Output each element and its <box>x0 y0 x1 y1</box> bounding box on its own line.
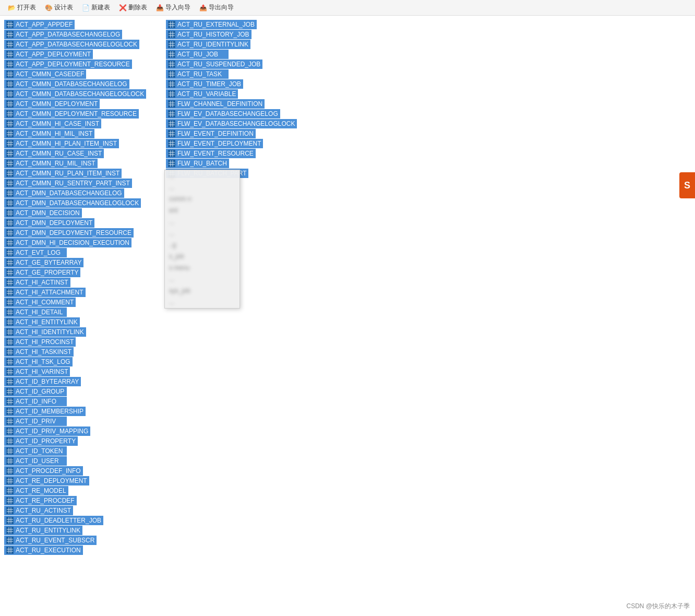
table-grid-icon <box>6 150 14 157</box>
table-item[interactable]: ACT_RE_MODEL <box>4 486 68 495</box>
table-grid-icon <box>6 229 14 236</box>
table-item[interactable]: ACT_ID_BYTEARRAY <box>4 377 81 386</box>
popup-menu-item[interactable]: ..g <box>165 239 239 251</box>
table-item[interactable]: ACT_DMN_DATABASECHANGELOGLOCK <box>4 198 141 208</box>
table-item[interactable]: ACT_DMN_DEPLOYMENT <box>4 218 94 228</box>
popup-menu-item[interactable]: ent <box>165 205 239 216</box>
table-item[interactable]: ACT_RU_VARIABLE <box>166 89 238 99</box>
table-item[interactable]: ACT_HI_ENTITYLINK <box>4 317 80 327</box>
table-item[interactable]: ACT_HI_VARINST <box>4 367 70 376</box>
table-item[interactable]: ACT_CMMN_RU_PLAN_ITEM_INST <box>4 169 122 178</box>
open-icon: 📂 <box>7 4 16 12</box>
delete-table-btn[interactable]: ❌ 删除表 <box>115 2 150 13</box>
table-item[interactable]: ACT_HI_TSK_LOG <box>4 357 73 366</box>
table-item[interactable]: ACT_RU_IDENTITYLINK <box>166 40 250 49</box>
table-item[interactable]: ACT_ID_GROUP <box>4 387 67 396</box>
new-table-btn[interactable]: 📄 新建表 <box>78 2 113 13</box>
table-item[interactable]: ACT_CMMN_HI_PLAN_ITEM_INST <box>4 139 119 148</box>
table-item[interactable]: ACT_ID_TOKEN <box>4 446 67 456</box>
table-item[interactable]: FLW_EV_DATABASECHANGELOG <box>166 109 280 119</box>
table-item[interactable]: FLW_EVENT_DEFINITION <box>166 129 256 138</box>
table-item[interactable]: ACT_RU_TIMER_JOB <box>166 79 243 89</box>
table-item[interactable]: ACT_HI_DETAIL <box>4 307 67 317</box>
svg-rect-160 <box>7 339 13 345</box>
table-item[interactable]: ACT_RU_HISTORY_JOB <box>166 30 251 39</box>
table-item[interactable]: ACT_CMMN_DATABASECHANGELOGLOCK <box>4 89 146 99</box>
table-item[interactable]: ACT_DMN_HI_DECISION_EXECUTION <box>4 238 131 247</box>
table-item[interactable]: ACT_ID_INFO <box>4 397 67 406</box>
popup-menu-item[interactable]: ... <box>165 216 239 228</box>
table-item[interactable]: FLW_EV_DATABASECHANGELOGLOCK <box>166 119 297 128</box>
table-item[interactable]: ACT_DMN_DATABASECHANGELOG <box>4 188 124 198</box>
table-item[interactable]: ACT_ID_PRIV <box>4 417 67 426</box>
table-item[interactable]: ACT_CMMN_RU_MIL_INST <box>4 159 98 168</box>
table-item[interactable]: FLW_EVENT_DEPLOYMENT <box>166 139 263 148</box>
table-grid-icon <box>6 41 14 48</box>
table-item[interactable]: ACT_APP_DEPLOYMENT_RESOURCE <box>4 60 132 69</box>
side-icon-label: S <box>684 180 690 191</box>
open-table-btn[interactable]: 📂 打开表 <box>4 2 39 13</box>
popup-menu-item[interactable]: s menu <box>165 262 239 274</box>
table-item[interactable]: ACT_GE_PROPERTY <box>4 268 80 277</box>
design-icon: 🎨 <box>44 4 53 12</box>
table-item[interactable]: ACT_RE_PROCDEF <box>4 496 77 505</box>
table-item[interactable]: ACT_CMMN_RU_SENTRY_PART_INST <box>4 179 132 188</box>
table-item[interactable]: ACT_CMMN_RU_CASE_INST <box>4 149 104 158</box>
table-item[interactable]: ACT_RU_ACTINST <box>4 506 73 515</box>
table-item[interactable]: ACT_APP_DEPLOYMENT <box>4 50 93 59</box>
popup-menu-item[interactable]: s_job <box>165 251 239 262</box>
table-grid-icon <box>6 199 14 207</box>
table-item[interactable]: ACT_HI_TASKINST <box>4 347 74 357</box>
table-item[interactable]: ACT_HI_IDENTITYLINK <box>4 327 86 337</box>
table-item[interactable]: ACT_HI_ATTACHMENT <box>4 288 86 297</box>
table-item[interactable]: ACT_ID_USER <box>4 456 67 466</box>
design-table-btn[interactable]: 🎨 设计表 <box>41 2 76 13</box>
table-item[interactable]: ACT_DMN_DEPLOYMENT_RESOURCE <box>4 228 134 238</box>
popup-menu-item[interactable]: ... <box>165 182 239 193</box>
table-item[interactable]: ACT_RU_ENTITYLINK <box>4 526 82 535</box>
table-item[interactable]: ACT_RU_DEADLETTER_JOB <box>4 516 103 525</box>
table-item[interactable]: ACT_CMMN_DEPLOYMENT_RESOURCE <box>4 109 139 119</box>
popup-menu-item[interactable]: ... <box>165 274 239 285</box>
table-item[interactable]: ACT_APP_DATABASECHANGELOGLOCK <box>4 40 139 49</box>
side-feedback-icon[interactable]: S <box>679 172 695 198</box>
table-item[interactable]: ACT_RU_SUSPENDED_JOB <box>166 60 262 69</box>
table-item[interactable]: ACT_RU_EXTERNAL_JOB <box>166 20 257 29</box>
table-item[interactable]: ACT_RE_DEPLOYMENT <box>4 476 89 485</box>
table-grid-icon <box>168 140 175 147</box>
table-item[interactable]: ACT_APP_DATABASECHANGELOG <box>4 30 122 39</box>
table-item[interactable]: ACT_RU_JOB <box>166 50 229 59</box>
table-item[interactable]: ACT_APP_APPDEF <box>4 20 75 29</box>
table-grid-icon <box>168 160 175 167</box>
table-item[interactable]: ACT_ID_MEMBERSHIP <box>4 407 86 416</box>
table-item[interactable]: ACT_CMMN_DEPLOYMENT <box>4 99 100 109</box>
table-item[interactable]: FLW_RU_BATCH <box>166 159 229 168</box>
popup-menu-item[interactable]: sys_job <box>165 285 239 297</box>
table-item[interactable]: ACT_CMMN_DATABASECHANGELOG <box>4 79 129 89</box>
popup-menu-item[interactable]: ... <box>165 228 239 239</box>
table-item[interactable]: ACT_ID_PROPERTY <box>4 436 78 446</box>
popup-menu-item[interactable]: ... <box>165 170 239 182</box>
table-item[interactable]: ACT_CMMN_HI_CASE_INST <box>4 119 101 128</box>
popup-menu-item[interactable]: ... <box>165 297 239 308</box>
table-item[interactable]: ACT_HI_COMMENT <box>4 298 76 307</box>
popup-menu-item[interactable]: comm n <box>165 193 239 205</box>
table-item[interactable]: ACT_EVT_LOG <box>4 248 67 257</box>
table-item[interactable]: ACT_GE_BYTEARRAY <box>4 258 83 267</box>
table-item[interactable]: ACT_DMN_DECISION <box>4 208 82 218</box>
svg-rect-175 <box>7 369 13 375</box>
table-item[interactable]: ACT_RU_EVENT_SUBSCR <box>4 536 97 545</box>
table-item[interactable]: ACT_RU_TASK <box>166 69 229 79</box>
import-wizard-btn[interactable]: 📥 导入向导 <box>152 2 194 13</box>
export-wizard-btn[interactable]: 📤 导出向导 <box>196 2 237 13</box>
table-item[interactable]: ACT_ID_PRIV_MAPPING <box>4 427 90 436</box>
table-item[interactable]: ACT_HI_PROCINST <box>4 337 76 347</box>
svg-rect-45 <box>7 111 13 117</box>
table-item[interactable]: ACT_HI_ACTINST <box>4 278 70 287</box>
table-item[interactable]: ACT_PROCDEF_INFO <box>4 466 83 476</box>
table-item[interactable]: ACT_CMMN_HI_MIL_INST <box>4 129 94 138</box>
table-item[interactable]: FLW_EVENT_RESOURCE <box>166 149 256 158</box>
table-item[interactable]: ACT_RU_EXECUTION <box>4 546 83 555</box>
table-item[interactable]: FLW_CHANNEL_DEFINITION <box>166 99 265 109</box>
table-item[interactable]: ACT_CMMN_CASEDEF <box>4 69 86 79</box>
